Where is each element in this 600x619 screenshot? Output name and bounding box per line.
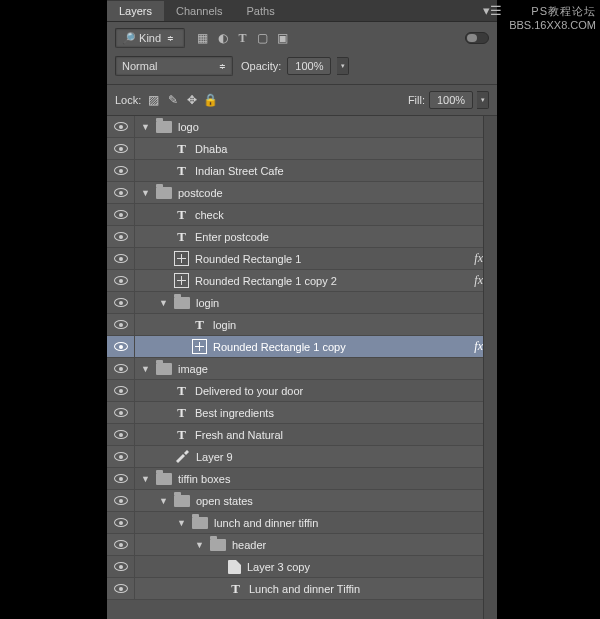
visibility-toggle[interactable] [107,204,135,225]
layer-row[interactable]: ▼login [107,292,497,314]
lock-position-icon[interactable]: ✥ [183,92,200,109]
tab-channels[interactable]: Channels [164,1,234,21]
layer-row[interactable]: TLunch and dinner Tiffin [107,578,497,600]
layer-row[interactable]: Rounded Rectangle 1 copyfx▾ [107,336,497,358]
layer-name[interactable]: lunch and dinner tiffin [214,517,497,529]
lock-all-icon[interactable]: 🔒 [202,92,219,109]
visibility-toggle[interactable] [107,490,135,511]
visibility-toggle[interactable] [107,534,135,555]
layer-name[interactable]: logo [178,121,497,133]
lock-pixels-icon[interactable]: ✎ [164,92,181,109]
blend-mode-dropdown[interactable]: Normal≑ [115,56,233,76]
layer-row[interactable]: Tcheck [107,204,497,226]
layer-row[interactable]: ▼tiffin boxes [107,468,497,490]
layer-name[interactable]: header [232,539,497,551]
visibility-toggle[interactable] [107,226,135,247]
visibility-toggle[interactable] [107,160,135,181]
layer-row[interactable]: TEnter postcode [107,226,497,248]
filter-kind-dropdown[interactable]: 🔎 Kind≑ [115,28,185,48]
layer-name[interactable]: Enter postcode [195,231,497,243]
type-icon: T [174,427,189,442]
disclosure-icon[interactable]: ▼ [141,188,150,198]
layer-name[interactable]: Indian Street Cafe [195,165,497,177]
layer-name[interactable]: open states [196,495,497,507]
filter-adjust-icon[interactable]: ◐ [214,30,231,47]
tab-layers[interactable]: Layers [107,1,164,21]
layer-name[interactable]: Delivered to your door [195,385,497,397]
layer-row[interactable]: Layer 3 copy [107,556,497,578]
filter-smart-icon[interactable]: ▣ [274,30,291,47]
visibility-toggle[interactable] [107,138,135,159]
layer-row[interactable]: ▼logo [107,116,497,138]
layer-row[interactable]: ▼image [107,358,497,380]
visibility-toggle[interactable] [107,248,135,269]
filter-shape-icon[interactable]: ▢ [254,30,271,47]
layer-row[interactable]: TIndian Street Cafe [107,160,497,182]
disclosure-icon[interactable]: ▼ [177,518,186,528]
opacity-caret-icon[interactable]: ▾ [337,57,349,75]
layer-name[interactable]: Rounded Rectangle 1 [195,253,474,265]
visibility-toggle[interactable] [107,292,135,313]
layer-row[interactable]: TFresh and Natural [107,424,497,446]
visibility-toggle[interactable] [107,468,135,489]
visibility-toggle[interactable] [107,402,135,423]
tab-paths[interactable]: Paths [235,1,287,21]
layer-row[interactable]: Rounded Rectangle 1fx▾ [107,248,497,270]
fill-input[interactable]: 100% [429,91,473,109]
layer-row[interactable]: Layer 9 [107,446,497,468]
visibility-toggle[interactable] [107,512,135,533]
filter-toggle[interactable] [465,32,489,44]
layer-row[interactable]: Tlogin [107,314,497,336]
disclosure-icon[interactable]: ▼ [141,364,150,374]
layer-name[interactable]: Best ingredients [195,407,497,419]
visibility-toggle[interactable] [107,182,135,203]
layer-row[interactable]: TDhaba [107,138,497,160]
brush-icon [174,450,190,463]
scrollbar[interactable] [483,116,497,619]
layer-row[interactable]: TDelivered to your door [107,380,497,402]
layer-row[interactable]: Rounded Rectangle 1 copy 2fx▾ [107,270,497,292]
layer-name[interactable]: Layer 9 [196,451,497,463]
visibility-toggle[interactable] [107,314,135,335]
layer-name[interactable]: Fresh and Natural [195,429,497,441]
disclosure-icon[interactable]: ▼ [141,474,150,484]
visibility-toggle[interactable] [107,380,135,401]
visibility-toggle[interactable] [107,578,135,599]
layer-name[interactable]: Dhaba [195,143,497,155]
layer-name[interactable]: image [178,363,497,375]
visibility-toggle[interactable] [107,446,135,467]
layer-row[interactable]: ▼lunch and dinner tiffin [107,512,497,534]
panel-menu-icon[interactable]: ▾☰ [477,0,497,21]
disclosure-icon[interactable]: ▼ [159,298,168,308]
visibility-toggle[interactable] [107,116,135,137]
layer-row[interactable]: TBest ingredients [107,402,497,424]
visibility-toggle[interactable] [107,336,135,357]
visibility-toggle[interactable] [107,358,135,379]
disclosure-icon[interactable]: ▼ [141,122,150,132]
layer-name[interactable]: login [196,297,497,309]
disclosure-icon[interactable]: ▼ [159,496,168,506]
layer-name[interactable]: postcode [178,187,497,199]
lock-transparent-icon[interactable]: ▨ [145,92,162,109]
layer-name[interactable]: tiffin boxes [178,473,497,485]
filter-type-icon[interactable]: T [234,30,251,47]
layer-name[interactable]: Rounded Rectangle 1 copy 2 [195,275,474,287]
opacity-input[interactable]: 100% [287,57,331,75]
filter-pixel-icon[interactable]: ▦ [194,30,211,47]
layer-name[interactable]: Rounded Rectangle 1 copy [213,341,474,353]
folder-icon [156,187,172,199]
layer-row[interactable]: ▼header [107,534,497,556]
layer-row[interactable]: ▼open states [107,490,497,512]
disclosure-icon[interactable]: ▼ [195,540,204,550]
visibility-toggle[interactable] [107,424,135,445]
layer-name[interactable]: Lunch and dinner Tiffin [249,583,497,595]
layer-row[interactable]: ▼postcode [107,182,497,204]
layer-name[interactable]: check [195,209,497,221]
blend-toolbar: Normal≑ Opacity: 100% ▾ [107,52,497,85]
visibility-toggle[interactable] [107,556,135,577]
layer-name[interactable]: Layer 3 copy [247,561,497,573]
fill-caret-icon[interactable]: ▾ [477,91,489,109]
layer-name[interactable]: login [213,319,497,331]
visibility-toggle[interactable] [107,270,135,291]
eye-icon [114,364,128,373]
